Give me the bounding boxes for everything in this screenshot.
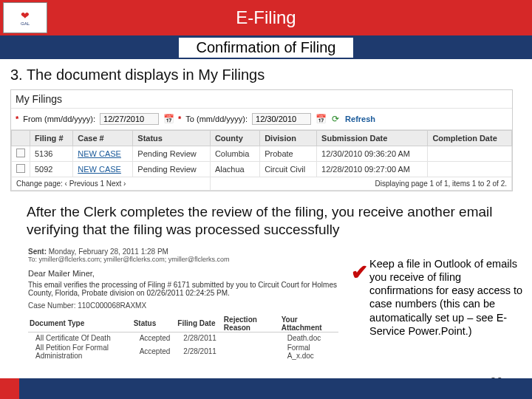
- cell-division: Circuit Civil: [260, 162, 317, 177]
- cell-completion: [428, 162, 512, 177]
- required-asterisk: *: [16, 115, 18, 123]
- table-row[interactable]: 5136 NEW CASE Pending Review Columbia Pr…: [12, 146, 512, 162]
- email-case-line: Case Number: 110C000068RAXMX: [28, 301, 344, 310]
- email-row: All Petition For Formal Administration A…: [28, 342, 338, 360]
- case-label: Case Number:: [28, 301, 75, 310]
- pager-row: Change page: ‹ Previous 1 Next › Display…: [12, 177, 512, 191]
- pager-right: Displaying page 1 of 1, items 1 to 2 of …: [210, 177, 511, 191]
- ecol-reject: Rejection Reason: [222, 314, 280, 332]
- calendar-icon[interactable]: 📅: [316, 114, 326, 124]
- col-case[interactable]: Case #: [73, 131, 133, 146]
- col-county[interactable]: County: [210, 131, 259, 146]
- case-link[interactable]: NEW CASE: [78, 165, 121, 174]
- email-sent-line: Sent: Monday, February 28, 2011 1:28 PM: [28, 248, 344, 256]
- subheader-bar: Confirmation of Filing: [0, 35, 532, 59]
- page-title: E-Filing: [0, 7, 532, 28]
- calendar-icon[interactable]: 📅: [163, 114, 174, 124]
- cell-status: Pending Review: [133, 146, 211, 162]
- outlook-tip: Keep a file in Outlook of emails you rec…: [369, 257, 525, 338]
- cell-filing: 5136: [30, 146, 73, 162]
- cell-filing: 5092: [30, 162, 73, 177]
- footer-accent: [0, 378, 19, 399]
- filings-table: Filing # Case # Status County Division S…: [11, 130, 512, 191]
- cell-submission: 12/28/2010 09:27:00 AM: [317, 162, 428, 177]
- step-text: 3. The document displays in My Filings: [10, 66, 525, 83]
- col-filing[interactable]: Filing #: [30, 131, 73, 146]
- email-body: This email verifies the processing of Fi…: [28, 281, 344, 297]
- table-row[interactable]: 5092 NEW CASE Pending Review Alachua Cir…: [12, 162, 512, 177]
- subheader-label: Confirmation of Filing: [179, 38, 354, 58]
- col-division[interactable]: Division: [260, 131, 317, 146]
- from-label: From (mm/dd/yyyy):: [23, 115, 95, 123]
- case-value: 110C000068RAXMX: [78, 301, 146, 310]
- cell-county: Alachua: [210, 162, 259, 177]
- col-completion[interactable]: Completion Date: [428, 131, 512, 146]
- ecol-doc: Document Type: [28, 314, 132, 332]
- from-date-input[interactable]: [100, 113, 159, 125]
- sent-value: Monday, February 28, 2011 1:28 PM: [49, 248, 168, 256]
- to-date-input[interactable]: [252, 113, 311, 125]
- sent-label: Sent:: [28, 248, 47, 256]
- pager-left[interactable]: Change page: ‹ Previous 1 Next ›: [12, 177, 211, 191]
- ecol-date: Filing Date: [176, 314, 222, 332]
- refresh-icon[interactable]: ⟳: [330, 114, 341, 124]
- document-icon[interactable]: [16, 164, 25, 173]
- cell-status: Pending Review: [133, 162, 211, 177]
- my-filings-title: My Filings: [11, 90, 512, 108]
- after-text: After the Clerk completes the review of …: [27, 203, 520, 239]
- filings-header-row: Filing # Case # Status County Division S…: [12, 131, 512, 146]
- refresh-link[interactable]: Refresh: [345, 115, 375, 123]
- email-attachment-table: Document Type Status Filing Date Rejecti…: [28, 314, 338, 360]
- header-red: ❤ GAL E-Filing: [0, 0, 532, 35]
- footer-bar: [0, 378, 532, 399]
- case-link[interactable]: NEW CASE: [78, 149, 121, 158]
- email-to-line: To: ymiller@flclerks.com; ymiller@flcler…: [28, 256, 344, 263]
- document-icon[interactable]: [16, 149, 25, 157]
- ecol-status: Status: [132, 314, 177, 332]
- email-greeting: Dear Mailer Miner,: [28, 269, 344, 278]
- email-row: All Certificate Of Death Accepted 2/28/2…: [28, 332, 338, 342]
- cell-completion: [428, 146, 512, 162]
- col-submission[interactable]: Submission Date: [317, 131, 428, 146]
- ecol-attach: Your Attachment: [280, 314, 338, 332]
- to-label: To (mm/dd/yyyy):: [185, 115, 248, 123]
- required-asterisk: *: [178, 115, 181, 123]
- email-screenshot: Sent: Monday, February 28, 2011 1:28 PM …: [24, 245, 349, 361]
- cell-county: Columbia: [210, 146, 259, 162]
- col-status[interactable]: Status: [133, 131, 211, 146]
- cell-submission: 12/30/2010 09:36:20 AM: [317, 146, 428, 162]
- filter-bar: * From (mm/dd/yyyy): 📅 * To (mm/dd/yyyy)…: [11, 108, 512, 130]
- my-filings-panel: My Filings * From (mm/dd/yyyy): 📅 * To (…: [10, 89, 513, 191]
- checkmark-icon: ✔: [351, 260, 368, 284]
- cell-division: Probate: [260, 146, 317, 162]
